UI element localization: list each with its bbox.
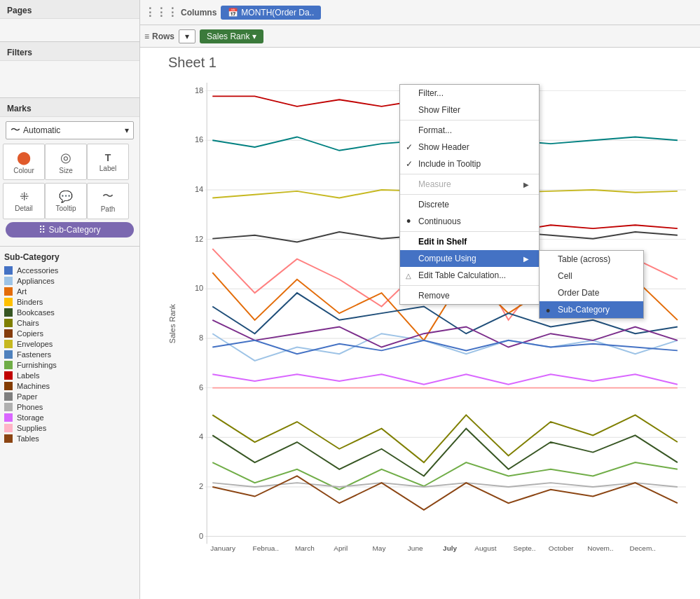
- svg-text:June: June: [408, 544, 423, 552]
- svg-text:2: 2: [199, 482, 203, 490]
- legend-color-swatch: [4, 413, 13, 422]
- discrete-menu-item[interactable]: Discrete: [400, 196, 539, 213]
- marks-type-dropdown[interactable]: 〜 Automatic ▾: [6, 121, 134, 139]
- edit-shelf-menu-item[interactable]: Edit in Shelf: [400, 233, 539, 250]
- label-icon: T: [105, 152, 111, 163]
- legend-title: Sub-Category: [4, 252, 135, 262]
- divider1: [400, 120, 539, 121]
- legend-item: Appliances: [4, 277, 135, 285]
- columns-toolbar: ⋮⋮⋮ Columns 📅 MONTH(Order Da..: [140, 0, 700, 25]
- remove-menu-item[interactable]: Remove: [400, 287, 539, 304]
- legend-item: Phones: [4, 403, 135, 411]
- filter-menu-item[interactable]: Filter...: [400, 85, 539, 102]
- measure-label: Measure: [418, 179, 451, 189]
- bullet-icon: •: [406, 215, 411, 228]
- compute-using-menu-item[interactable]: Compute Using ▶ Table (across) Cell Orde…: [400, 250, 539, 267]
- legend-item-label: Phones: [17, 403, 43, 411]
- edit-table-calc-label: Edit Table Calculation...: [418, 270, 506, 280]
- triangle-icon: △: [406, 272, 411, 280]
- label-button[interactable]: T Label: [87, 144, 129, 180]
- columns-label: ⋮⋮⋮ Columns: [144, 6, 217, 19]
- path-icon: 〜: [102, 189, 114, 204]
- marks-icons-row: ⬤ Colour ◎ Size T Label: [3, 144, 137, 180]
- legend-items-container: AccessoriesAppliancesArtBindersBookcases…: [4, 266, 135, 443]
- edit-table-calc-menu-item[interactable]: △ Edit Table Calculation...: [400, 267, 539, 284]
- colour-label: Colour: [13, 167, 34, 174]
- legend-item: Machines: [4, 382, 135, 390]
- legend-item-label: Accessories: [17, 266, 58, 275]
- divider2: [400, 174, 539, 174]
- legend-color-swatch: [4, 277, 13, 285]
- divider5: [400, 285, 539, 286]
- marks-header: Marks: [0, 98, 139, 117]
- size-icon: ◎: [60, 150, 71, 165]
- sheet-title: Sheet 1: [168, 55, 217, 71]
- pill-label: Sub-Category: [48, 225, 100, 235]
- legend-item-label: Binders: [17, 298, 43, 306]
- svg-text:Februa..: Februa..: [253, 544, 279, 552]
- cell-item[interactable]: Cell: [540, 268, 643, 284]
- show-filter-menu-item[interactable]: Show Filter: [400, 102, 539, 118]
- calendar-icon: 📅: [228, 8, 238, 18]
- rows-dots-icon: ≡: [144, 32, 149, 41]
- legend-color-swatch: [4, 371, 13, 380]
- sub-category-submenu-label: Sub-Category: [558, 305, 610, 315]
- legend-item: Storage: [4, 413, 135, 422]
- legend-item-label: Appliances: [17, 277, 55, 285]
- legend-item-label: Supplies: [17, 424, 46, 432]
- selected-bullet-icon: •: [546, 305, 550, 317]
- arrow-icon: ▶: [523, 181, 529, 188]
- compute-using-label: Compute Using: [418, 254, 476, 263]
- rows-dropdown-label: ▾: [185, 32, 189, 41]
- context-menu: Filter... Show Filter Format... ✓ Show H…: [399, 84, 540, 305]
- tooltip-button[interactable]: 💬 Tooltip: [45, 183, 87, 219]
- detail-label: Detail: [15, 205, 33, 212]
- svg-text:18: 18: [195, 86, 203, 95]
- marks-section: Marks 〜 Automatic ▾ ⬤ Colour ◎ Size T: [0, 98, 139, 247]
- size-button[interactable]: ◎ Size: [45, 144, 87, 180]
- include-tooltip-menu-item[interactable]: ✓ Include in Tooltip: [400, 156, 539, 172]
- columns-pill[interactable]: 📅 MONTH(Order Da..: [221, 6, 321, 20]
- path-button[interactable]: 〜 Path: [87, 183, 129, 219]
- rows-toolbar: ≡ Rows ▾ Sales Rank ▾: [140, 25, 700, 48]
- table-across-item[interactable]: Table (across): [540, 251, 643, 268]
- svg-text:0: 0: [199, 532, 203, 540]
- rows-dropdown[interactable]: ▾: [179, 29, 195, 43]
- tooltip-label: Tooltip: [56, 205, 76, 212]
- legend-item: Accessories: [4, 266, 135, 275]
- right-panel: ⋮⋮⋮ Columns 📅 MONTH(Order Da.. ≡ Rows ▾ …: [140, 0, 700, 599]
- legend-item-label: Paper: [17, 392, 37, 401]
- rows-pill[interactable]: Sales Rank ▾: [200, 29, 263, 43]
- legend-color-swatch: [4, 424, 13, 432]
- legend-item-label: Storage: [17, 413, 44, 422]
- legend-color-swatch: [4, 266, 13, 275]
- legend-item: Envelopes: [4, 340, 135, 348]
- sub-category-item[interactable]: • Sub-Category: [540, 301, 643, 318]
- columns-pill-label: MONTH(Order Da..: [241, 8, 314, 18]
- path-label: Path: [101, 205, 116, 213]
- legend-item-label: Bookcases: [17, 308, 55, 317]
- rows-pill-label: Sales Rank: [207, 32, 249, 41]
- colour-button[interactable]: ⬤ Colour: [3, 144, 45, 180]
- legend-item: Fasteners: [4, 350, 135, 359]
- svg-text:12: 12: [195, 235, 203, 243]
- svg-text:Novem..: Novem..: [587, 544, 613, 552]
- sub-category-pill[interactable]: ⠿ Sub-Category: [6, 222, 134, 237]
- measure-menu-item: Measure ▶: [400, 176, 539, 193]
- chart-area: Sheet 1 Sales Rank 18 16 14 12 10 8: [140, 48, 700, 599]
- tooltip-icon: 💬: [59, 190, 73, 203]
- continuous-menu-item[interactable]: • Continuous: [400, 213, 539, 230]
- legend-item: Chairs: [4, 319, 135, 327]
- svg-text:6: 6: [199, 383, 203, 392]
- order-date-item[interactable]: Order Date: [540, 284, 643, 301]
- show-header-menu-item[interactable]: ✓ Show Header: [400, 139, 539, 156]
- legend-color-swatch: [4, 319, 13, 327]
- legend-color-swatch: [4, 403, 13, 411]
- format-menu-item[interactable]: Format...: [400, 122, 539, 139]
- svg-text:14: 14: [195, 185, 203, 193]
- show-filter-label: Show Filter: [418, 105, 460, 115]
- continuous-label: Continuous: [418, 216, 461, 226]
- legend-color-swatch: [4, 287, 13, 296]
- detail-button[interactable]: ⁜ Detail: [3, 183, 45, 219]
- show-header-label: Show Header: [418, 142, 469, 152]
